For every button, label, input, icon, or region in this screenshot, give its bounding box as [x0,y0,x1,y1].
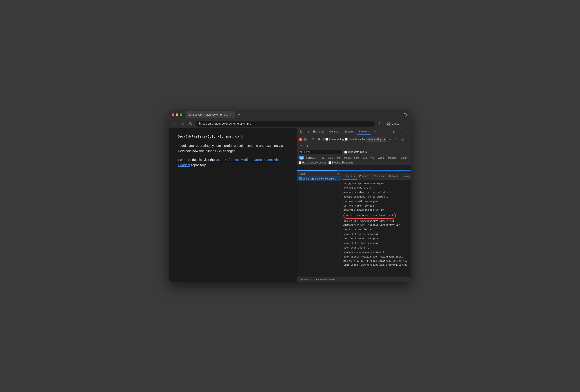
devtools-settings-button[interactable]: ⚙ [392,129,397,134]
devtools-device-toggle[interactable] [305,129,310,134]
download-icon[interactable] [305,143,310,148]
header-line-2: accept-language: en-US,en;q=0.9 [343,195,408,199]
detail-tabs: Headers Preview Response Initiator Timin [341,173,411,180]
devtools-more-button[interactable]: ⋮ [398,129,403,134]
detail-tab-timing[interactable]: Timing [400,173,411,180]
request-list: Name × sec-ch-prefers-color-scheme... [297,172,341,277]
network-conditions-icon[interactable] [394,137,399,142]
new-tab-button[interactable]: + [236,112,242,118]
extension-icon[interactable] [402,112,408,118]
clear-button[interactable]: ⊘ [303,138,307,141]
devtools-tab-console[interactable]: Console [327,129,341,135]
downloads-icon[interactable] [377,121,383,127]
filter-input-wrap: 🔍 [298,150,343,154]
request-list-header: Name × [297,172,341,176]
search-network-button[interactable] [317,137,322,142]
preserve-log-label[interactable]: Preserve log [325,138,344,141]
header-line-13: user-agent: Mozilla/5.0 (Macintosh; Inte… [343,255,408,267]
svg-rect-2 [300,130,301,132]
hide-data-urls-checkbox[interactable] [344,151,347,154]
detail-tab-preview[interactable]: Preview [357,173,371,180]
detail-tab-response[interactable]: Response [371,173,387,180]
filter-input[interactable] [304,151,339,154]
detail-tab-initiator[interactable]: Initiator [387,173,400,180]
devtools-panel: Elements Console Sources Network » ⚙ ⋮ × [296,128,411,282]
type-filter-font[interactable]: Font [353,156,361,160]
upload-icon[interactable] [298,143,303,148]
header-line-7: sec-ch-ua-mobile: ?0 [343,227,408,232]
lock-icon: 🔒 [198,122,201,125]
webpage-para2-suffix: repository. [190,163,206,167]
network-toolbar: ● ⊘ Preserve log Disable cache [297,136,411,143]
header-line-12: upgrade-insecure-requests: 1 [343,250,408,255]
devtools-close-button[interactable]: × [404,129,409,134]
preserve-log-checkbox[interactable] [325,138,328,141]
svg-rect-3 [306,131,308,133]
address-bar-right: Guest ⋮ [377,121,408,127]
type-filter-other[interactable]: Other [399,156,408,160]
header-line-6: sec-ch-ua: "Chromium";v="92", " Not A;Br… [343,219,408,227]
devtools-tab-network[interactable]: Network [357,129,371,135]
throttle-select[interactable]: No throttling [367,137,386,141]
type-filter-css[interactable]: CSS [326,156,335,160]
webpage-title: Sec-CH-Prefers-Color-Scheme: dark [178,135,288,139]
back-button[interactable] [172,121,178,127]
blocked-requests-checkbox[interactable] [328,161,331,164]
tab-area: Sec-CH-Prefers-Color-Sche... × + [186,111,400,118]
header-line-11: sec-fetch-user: ?1 [343,246,408,250]
type-filter-img[interactable]: Img [335,156,342,160]
timeline-bar: 50 ms 100 ms 150 ms 200 ms [297,165,411,172]
status-bar: 1 requests | 1.1 kB transferred [297,277,411,282]
headers-content: */*;q=0.8,application/signed-exchange;v=… [341,180,411,269]
throttle-arrow[interactable] [388,137,393,142]
type-filter-manifest[interactable]: Manifest [387,156,399,160]
tab-label: Sec-CH-Prefers-Color-Sche... [193,113,228,116]
reload-button[interactable] [187,121,194,127]
type-filter-media[interactable]: Media [343,156,352,160]
type-filter-doc[interactable]: Doc [361,156,369,160]
tab-favicon [188,113,191,116]
hide-data-urls-label[interactable]: Hide data URLs [344,151,367,154]
address-input-bar[interactable]: 🔒 sec-ch-prefers-color-scheme.glitch.me [195,121,375,127]
header-line-9: sec-fetch-mode: navigate [343,236,408,241]
cookie-filter-bar: Has blocked cookies Blocked Requests [297,160,411,165]
close-traffic-light[interactable] [172,113,174,116]
disable-cache-checkbox[interactable] [345,138,348,141]
minimize-traffic-light[interactable] [176,113,178,116]
filter-button[interactable] [311,137,315,142]
detail-tab-headers[interactable]: Headers [343,173,357,180]
network-settings-button[interactable] [400,137,405,142]
blocked-requests-label[interactable]: Blocked Requests [328,161,353,164]
tab-close-button[interactable]: × [229,113,232,116]
status-transferred: 1.1 kB transferred [316,278,335,281]
browser-more-button[interactable]: ⋮ [402,121,408,127]
filter-bar: 🔍 Hide data URLs [297,149,411,155]
devtools-tab-bar: Elements Console Sources Network » ⚙ ⋮ × [297,128,411,136]
header-line-3: cache-control: max-age=0 [343,199,408,204]
type-filter-js[interactable]: JS [320,156,326,160]
devtools-tab-elements[interactable]: Elements [311,129,326,135]
status-separator: | [312,278,313,281]
maximize-traffic-light[interactable] [180,113,182,116]
request-item-0[interactable]: sec-ch-prefers-color-scheme... [297,176,341,181]
filter-search-icon: 🔍 [300,151,303,154]
devtools-select-tool[interactable] [298,129,304,134]
devtools-tab-more[interactable]: » [372,129,378,135]
type-filter-wasm[interactable]: Wasm [376,156,386,160]
title-bar: Sec-CH-Prefers-Color-Sche... × + [169,110,411,119]
devtools-tab-sources[interactable]: Sources [342,129,356,135]
disable-cache-label[interactable]: Disable cache [345,138,365,141]
forward-button[interactable] [180,121,186,127]
profile-label: Guest [392,122,399,125]
browser-tab[interactable]: Sec-CH-Prefers-Color-Sche... × [186,111,235,118]
main-content: Sec-CH-Prefers-Color-Scheme: dark Toggle… [169,128,411,282]
record-button[interactable]: ● [298,138,302,141]
type-filter-all[interactable]: All [298,156,304,160]
type-filter-ws[interactable]: WS [369,156,376,160]
blocked-cookies-checkbox[interactable] [298,161,301,164]
webpage-paragraph-1: Toggle your operating system's preferred… [178,143,288,154]
blocked-cookies-label[interactable]: Has blocked cookies [298,161,326,164]
separator-2 [323,138,324,141]
type-filter-fetchxhr[interactable]: Fetch/XHR [305,156,320,160]
profile-button[interactable]: Guest [385,121,400,127]
